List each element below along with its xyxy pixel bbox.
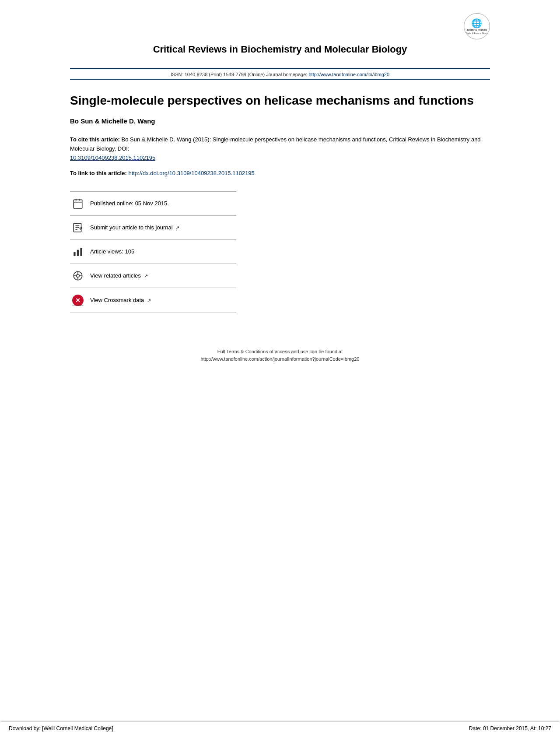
- svg-rect-15: [77, 250, 79, 256]
- info-rows: Published online: 05 Nov 2015. Submit yo…: [70, 191, 236, 313]
- barchart-icon: [70, 246, 86, 257]
- crossmark-link[interactable]: View Crossmark data ↗: [90, 297, 151, 303]
- top-border: [70, 68, 490, 69]
- doi-url[interactable]: http://dx.doi.org/10.3109/10409238.2015.…: [128, 170, 254, 176]
- submit-article-link[interactable]: Submit your article to this journal ↗: [90, 224, 179, 231]
- date-info: Date: 01 December 2015, At: 10:27: [469, 725, 551, 731]
- issn-bar: ISSN: 1040-9238 (Print) 1549-7798 (Onlin…: [70, 70, 490, 80]
- issn-print: 1040-9238: [185, 72, 208, 77]
- crossmark-external-icon: ↗: [147, 298, 151, 303]
- globe-icon: 🌐: [466, 18, 488, 28]
- journal-title: Critical Reviews in Biochemistry and Mol…: [70, 44, 490, 55]
- issn-print-label: ISSN:: [171, 72, 185, 77]
- svg-rect-16: [80, 248, 82, 256]
- date-label: Date:: [469, 725, 482, 731]
- doi-link[interactable]: 10.3109/10409238.2015.1102195: [70, 155, 155, 161]
- related-articles-row[interactable]: View related articles ↗: [70, 264, 236, 288]
- terms-url[interactable]: http://www.tandfonline.com/action/journa…: [201, 356, 360, 362]
- logo-text-line2: Taylor & Francis Group: [466, 32, 488, 35]
- related-articles-text: View related articles: [90, 272, 143, 279]
- crossmark-icon: ✕ CROSSMARK: [70, 294, 86, 306]
- article-authors: Bo Sun & Michelle D. Wang: [70, 117, 490, 125]
- submit-article-text: Submit your article to this journal: [90, 224, 174, 231]
- calendar-icon: [70, 198, 86, 209]
- published-online-row: Published online: 05 Nov 2015.: [70, 191, 236, 216]
- download-label: Download by:: [9, 725, 41, 731]
- issn-online-type: (Online): [248, 72, 266, 77]
- download-info: Download by: [Weill Cornell Medical Coll…: [9, 725, 113, 731]
- related-external-icon: ↗: [144, 273, 148, 278]
- footer-terms: Full Terms & Conditions of access and us…: [70, 348, 490, 390]
- homepage-label: Journal homepage:: [266, 72, 307, 77]
- issn-online: 1549-7798: [223, 72, 246, 77]
- cite-section: To cite this article: Bo Sun & Michelle …: [70, 135, 490, 162]
- related-articles-link[interactable]: View related articles ↗: [90, 272, 148, 279]
- svg-rect-0: [74, 200, 82, 208]
- crossmark-text: View Crossmark data: [90, 297, 146, 303]
- submit-external-icon: ↗: [175, 225, 179, 230]
- download-institution: [Weill Cornell Medical College]: [42, 725, 113, 731]
- svg-rect-14: [74, 252, 75, 256]
- related-icon: [70, 270, 86, 281]
- svg-text:CROSSMARK: CROSSMARK: [72, 304, 84, 306]
- article-title: Single-molecule perspectives on helicase…: [70, 93, 490, 109]
- logo-area: 🌐 Taylor & Francis Taylor & Francis Grou…: [70, 13, 490, 39]
- issn-print-type: (Print): [209, 72, 223, 77]
- link-section: To link to this article: http://dx.doi.o…: [70, 169, 490, 178]
- link-label: To link to this article:: [70, 170, 127, 176]
- crossmark-row[interactable]: ✕ CROSSMARK View Crossmark data ↗: [70, 288, 236, 313]
- published-online-text: Published online: 05 Nov 2015.: [90, 200, 169, 207]
- publisher-logo: 🌐 Taylor & Francis Taylor & Francis Grou…: [464, 13, 490, 39]
- cite-text: Bo Sun & Michelle D. Wang (2015): Single…: [70, 136, 481, 152]
- logo-text-line1: Taylor & Francis: [466, 28, 488, 32]
- terms-line1: Full Terms & Conditions of access and us…: [70, 348, 490, 356]
- article-views-row: Article views: 105: [70, 240, 236, 264]
- date-value: 01 December 2015, At: 10:27: [483, 725, 551, 731]
- article-views-text: Article views: 105: [90, 248, 134, 255]
- svg-point-18: [77, 274, 80, 277]
- submit-article-row[interactable]: Submit your article to this journal ↗: [70, 216, 236, 240]
- cite-label: To cite this article:: [70, 136, 120, 143]
- svg-text:✕: ✕: [75, 297, 80, 304]
- edit-icon: [70, 222, 86, 233]
- homepage-url[interactable]: http://www.tandfonline.com/loi/ibmg20: [308, 72, 389, 77]
- bottom-bar: Download by: [Weill Cornell Medical Coll…: [0, 721, 560, 735]
